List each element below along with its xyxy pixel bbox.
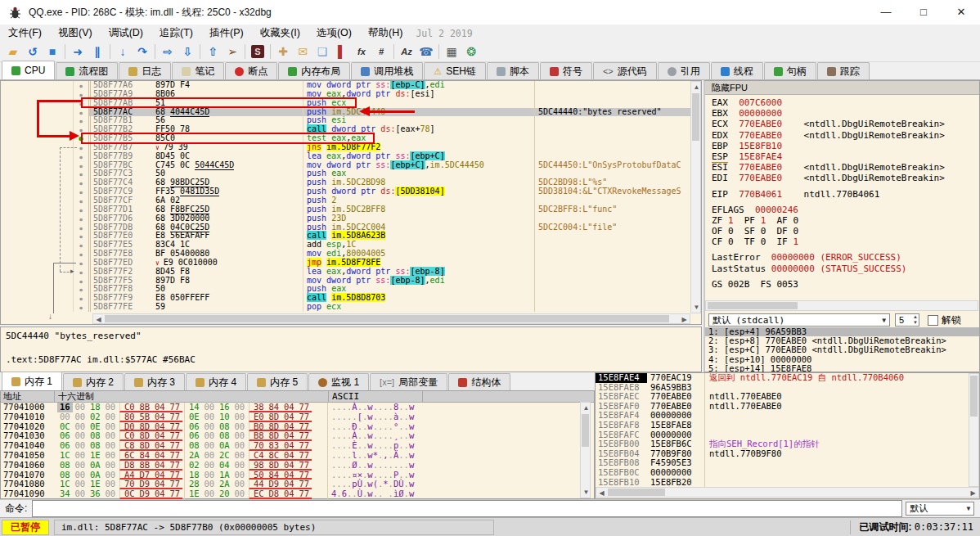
attach-button[interactable]: ➢ (223, 43, 242, 61)
dump-byte[interactable]: 8D (267, 412, 282, 422)
dump-byte[interactable]: 00 (202, 451, 218, 461)
register-line[interactable]: LastError 00000000 (ERROR_SUCCESS) (712, 252, 976, 263)
run-to-cursor-button[interactable]: ⇨ (158, 43, 178, 61)
tab-流程图[interactable]: 流程图 (56, 62, 118, 79)
dump-byte[interactable]: 00 (232, 451, 248, 461)
dump-byte[interactable]: 08 (57, 461, 73, 471)
stack-row[interactable]: 15E8FAF815E8FAE8 (596, 421, 979, 430)
calling-convention-select[interactable]: 默认 (stdcall)▼ (708, 313, 890, 327)
dump-byte[interactable]: 02 (88, 412, 103, 422)
dump-byte[interactable]: 2C (217, 451, 232, 461)
stop-button[interactable]: ■ (43, 43, 62, 61)
calculator-button[interactable]: ▦ (442, 43, 461, 61)
dump-byte[interactable]: 80 (119, 412, 137, 422)
dump-byte[interactable]: D9 (137, 489, 153, 499)
tab-CPU[interactable]: CPU (2, 61, 55, 79)
bookmarks-button[interactable]: ▌ (332, 43, 352, 61)
menu-item[interactable]: 文件(F) (0, 25, 50, 42)
dump-byte[interactable]: 00 (202, 461, 218, 471)
dump-byte[interactable]: 0C (119, 489, 137, 499)
dump-vscrollbar[interactable]: ▲ ▼ (580, 402, 591, 498)
phone-button[interactable]: ☎ (416, 43, 436, 61)
dump-byte[interactable]: 77 (168, 412, 183, 422)
register-line[interactable]: EBP 15E8FB10 (712, 141, 976, 151)
dump-byte[interactable]: 04 (281, 489, 297, 499)
dump-byte[interactable]: 77 (297, 461, 312, 471)
dump-byte[interactable]: 10 (217, 412, 232, 422)
dump-byte[interactable]: 20 (217, 489, 232, 499)
dump-byte[interactable]: 77 (168, 461, 183, 471)
labels-button[interactable]: ❏ (312, 43, 332, 61)
tab-符号[interactable]: 符号 (540, 62, 592, 79)
dump-byte[interactable]: 1E (88, 451, 103, 461)
bottom-tab-局部变量[interactable]: [x=]局部变量 (370, 373, 447, 390)
register-line[interactable]: EIP 770B4061 ntdll.770B4061 (712, 189, 976, 200)
memory-dump-pane[interactable]: 地址 十六进制 ASCII 7704100016001800C08B047714… (0, 390, 595, 499)
dump-byte[interactable]: 8C (267, 451, 282, 461)
dump-byte[interactable]: 04 (152, 461, 168, 471)
restart-button[interactable]: ↺ (23, 43, 43, 61)
pause-button[interactable]: ∥ (88, 43, 107, 61)
row-dot[interactable]: ● (73, 294, 88, 303)
dump-byte[interactable]: 34 (57, 489, 73, 499)
settings-globe-button[interactable]: ❂ (461, 43, 481, 61)
dump-byte[interactable]: 00 (103, 451, 119, 461)
unlock-checkbox[interactable] (928, 315, 938, 326)
row-dot[interactable]: ● (73, 108, 88, 117)
disasm-hscrollbar[interactable]: ◀ ▶ (92, 313, 690, 324)
dump-byte[interactable]: 00 (232, 412, 248, 422)
stack-row[interactable]: 15E8FB0C00000000 (596, 468, 979, 478)
dump-byte[interactable]: 04 (281, 461, 297, 471)
dump-byte[interactable]: 5B (137, 412, 153, 422)
step-into-button[interactable]: ↓ (113, 43, 133, 61)
tab-源代码[interactable]: <>源代码 (593, 62, 657, 79)
row-dot[interactable]: ● (73, 81, 88, 90)
dump-byte[interactable]: 00 (103, 461, 119, 471)
row-dot[interactable]: ● (73, 250, 88, 259)
stack-row[interactable]: 15E8FB0015E8FB6C指向SEH_Record[1]的指针 (596, 439, 979, 449)
bottom-tab-监视 1[interactable]: 监视 1 (308, 373, 369, 390)
stack-row[interactable]: 15E8FAE4770EAC19返回到 ntdll.770EAC19 自 ntd… (596, 373, 979, 383)
dump-byte[interactable]: 04 (152, 412, 168, 422)
row-dot[interactable]: ● (73, 214, 88, 223)
dump-byte[interactable]: 00 (202, 412, 218, 422)
register-line[interactable]: ECX 770EABE0 <ntdll.DbgUiRemoteBreakin> (712, 119, 976, 129)
dump-byte[interactable]: 04 (152, 489, 168, 499)
register-line[interactable]: ESP 15E8FAE4 (712, 151, 976, 162)
close-button[interactable]: ✕ (942, 0, 980, 25)
dump-byte[interactable]: 1C (57, 451, 73, 461)
menu-item[interactable]: 调试(D) (101, 25, 151, 42)
dump-byte[interactable]: 0A (88, 461, 103, 471)
dump-byte[interactable]: 1E (184, 489, 202, 499)
dump-byte[interactable]: EC (249, 489, 267, 499)
bottom-tab-结构体[interactable]: 结构体 (448, 373, 510, 390)
tab-句柄[interactable]: 句柄 (764, 62, 816, 79)
bottom-tab-内存 1[interactable]: 内存 1 (2, 372, 62, 390)
dump-byte[interactable]: 8D (267, 461, 282, 471)
dump-byte[interactable]: 00 (232, 489, 248, 499)
tab-笔记[interactable]: 笔记 (172, 62, 224, 79)
dump-byte[interactable]: E0 (249, 412, 267, 422)
dump-byte[interactable]: 6C (119, 451, 137, 461)
row-dot[interactable]: ● (73, 178, 88, 187)
dump-byte[interactable]: 00 (73, 451, 88, 461)
run-button[interactable]: ➜ (68, 43, 88, 61)
row-dot[interactable]: ● (73, 223, 88, 232)
dump-byte[interactable]: 00 (57, 412, 73, 422)
register-line[interactable]: EFLAGS 00000246 (712, 205, 976, 215)
comments-button[interactable]: ✉ (293, 43, 312, 61)
row-dot[interactable]: ● (73, 205, 88, 214)
dump-byte[interactable]: 77 (297, 451, 312, 461)
register-line[interactable]: OF 0 SF 0 DF 0 (712, 226, 976, 236)
maximize-button[interactable]: □ (905, 0, 942, 25)
dump-byte[interactable]: 0E (184, 412, 202, 422)
dump-row[interactable]: 7704101000000200805B04770E001000E08D0477… (1, 412, 594, 422)
hide-fpu-header[interactable]: 隐藏FPU (705, 81, 979, 95)
dump-row[interactable]: 7704106008000A00D88B047702000400988D0477… (1, 461, 594, 471)
arg-count-spinner[interactable]: 5▲▼ (895, 313, 919, 327)
tab-断点[interactable]: 断点 (225, 62, 277, 79)
register-line[interactable]: LastStatus 00000000 (STATUS_SUCCESS) (712, 263, 976, 274)
step-over-button[interactable]: ↷ (133, 43, 152, 61)
command-profile-select[interactable]: 默认▼ (906, 502, 974, 516)
step-out-button[interactable]: ⇩ (178, 43, 197, 61)
